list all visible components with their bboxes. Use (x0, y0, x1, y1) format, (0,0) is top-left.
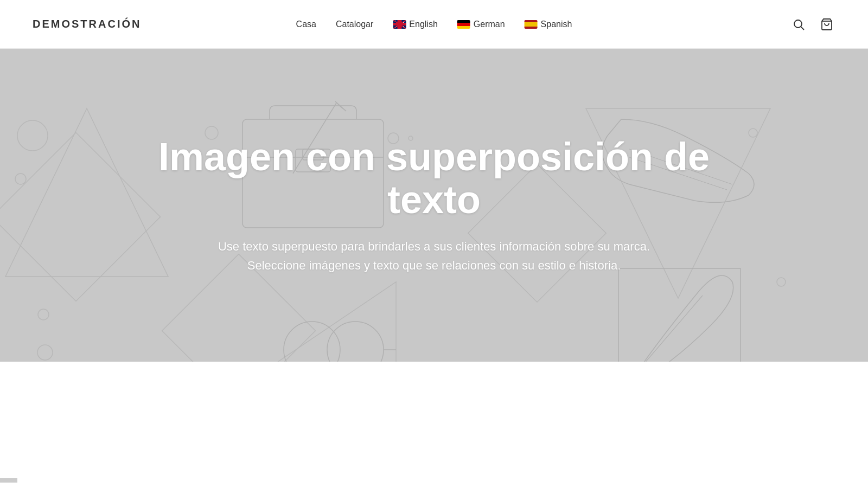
header-icons (790, 16, 835, 33)
svg-point-31 (777, 278, 786, 286)
search-button[interactable] (790, 16, 807, 33)
lang-spanish-label: Spanish (541, 20, 572, 29)
bottom-scrollbar[interactable] (0, 478, 17, 483)
hero-subtitle: Use texto superpuesto para brindarles a … (190, 237, 678, 275)
main-nav: Casa Catalogar English German Spanish (296, 20, 572, 29)
svg-line-1 (801, 27, 805, 30)
nav-item-casa[interactable]: Casa (296, 20, 316, 29)
hero-title: Imagen con superposición de texto (157, 136, 711, 221)
svg-point-5 (17, 120, 48, 151)
cart-button[interactable] (818, 16, 835, 33)
lang-spanish[interactable]: Spanish (525, 20, 572, 29)
hero-section: Imagen con superposición de texto Use te… (0, 49, 868, 362)
svg-point-30 (749, 129, 757, 137)
flag-de-icon (457, 20, 470, 29)
lang-german-label: German (474, 20, 505, 29)
lang-english-label: English (409, 20, 437, 29)
svg-point-23 (37, 345, 53, 360)
nav-item-catalogar[interactable]: Catalogar (336, 20, 373, 29)
flag-uk-icon (393, 20, 406, 29)
svg-point-6 (15, 174, 26, 184)
svg-point-19 (327, 322, 384, 362)
svg-marker-15 (335, 101, 346, 111)
svg-point-0 (794, 20, 802, 28)
lang-german[interactable]: German (457, 20, 505, 29)
site-logo[interactable]: DEMOSTRACIÓN (33, 18, 141, 30)
hero-content: Imagen con superposición de texto Use te… (136, 136, 732, 275)
bottom-area (0, 362, 868, 483)
cart-icon (820, 18, 833, 31)
header: DEMOSTRACIÓN Casa Catalogar English Germ… (0, 0, 868, 49)
svg-line-29 (637, 296, 703, 362)
svg-marker-17 (203, 282, 396, 362)
flag-es-icon (525, 20, 538, 29)
lang-english[interactable]: English (393, 20, 437, 29)
search-icon (792, 18, 805, 31)
svg-point-22 (38, 309, 49, 320)
